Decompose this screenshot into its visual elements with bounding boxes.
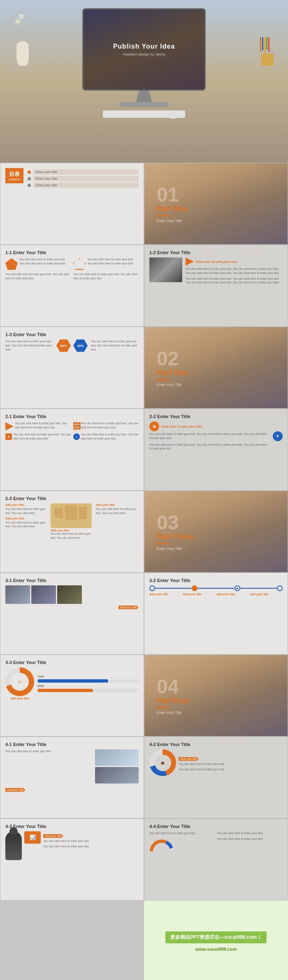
slide-4-4-body-1: You can click here to enter your text. <box>149 831 215 835</box>
slide-2-1-row3: ✦ You can click here to enter your text.… <box>5 433 71 441</box>
part-one-slide: 01 Part One Enter Your Title <box>144 163 288 245</box>
slide-4-2: 4-2 Enter Your Title 💼 Add your title Yo… <box>144 737 288 819</box>
slide-3-3-donut: C Add your title <box>5 667 34 700</box>
slide-4-3-text: Add your title You can click here to ent… <box>43 831 139 860</box>
slide-4-3-body-2: You can click here to enter your text. <box>43 844 139 849</box>
grid-icon <box>73 422 81 430</box>
slide-3-2-titles: Add your title Add your title Add your t… <box>149 593 283 596</box>
slide-3-1-photos <box>5 585 139 604</box>
slide-2-1-row2: You can click here to enter your text. Y… <box>73 421 139 430</box>
slide-2-1-row1: You can click here to enter your text. Y… <box>5 421 71 430</box>
slide-1-2-content: Click here to add your title. You can cl… <box>186 257 283 285</box>
contents-sublabel: Contents <box>9 178 20 181</box>
row-2-1-2-2: 2-1 Enter Your Title You can click here … <box>0 409 288 491</box>
slide-2-2-click-title: Click here to add your title. <box>161 425 203 428</box>
part-four-label: Part Four <box>157 697 190 705</box>
slide-4-2-content: 💼 Add your title You can click here to e… <box>149 749 283 776</box>
slide-4-4-title: 4-4 Enter Your Title <box>149 824 283 829</box>
slide-3-2-title: 3-2 Enter Your Title <box>149 578 283 583</box>
slide-2-3-right: Add your title. You can click here to en… <box>96 503 139 515</box>
contents-box: 目录 Contents <box>5 168 23 183</box>
part-two-number: 02 <box>157 349 179 369</box>
slide-2-1-title: 2-1 Enter Your Title <box>5 414 139 419</box>
row-2-3-partthree: 2-3 Enter Your Title Add your title. You… <box>0 491 288 573</box>
slide-2-2-body-2: You can click here to enter your text. Y… <box>149 443 269 451</box>
slide-4-1-tag: Add your title <box>5 788 26 792</box>
slide-2-3-map: Add your title. You can click here to en… <box>51 503 93 540</box>
slide-2-3-body-3: You can click here to enter your text. Y… <box>51 532 93 540</box>
slide-3-3-pct2: 55% <box>37 684 139 688</box>
part-three-slide: 03 Part Three Enter Your Title <box>144 491 288 573</box>
row-empty-banner: 更多精品PPT资源尽在—sucai999.com！ www.sucai999.c… <box>0 900 288 980</box>
slide-4-2-tag: Add your title <box>179 757 199 761</box>
slide-1-1-body-2: You can click here to enter your text. Y… <box>87 257 139 266</box>
slide-2-3-left: Add your title. You can click here to en… <box>5 503 48 529</box>
contents-item-2: Enter your title <box>28 176 139 181</box>
slide-4-1-photo-2 <box>95 767 139 784</box>
slide-2-3-add-title-2: Add your title. <box>5 517 48 520</box>
slide-1-2-photo <box>149 257 182 282</box>
vase-decoration: ❀ ✿ <box>12 25 33 66</box>
banner-line2: www.sucai999.com <box>195 947 237 952</box>
slide-4-3-screen: 📊 <box>24 831 41 860</box>
slide-4-1-content: You can click here to enter your text. <box>5 749 139 784</box>
contents-slide: 目录 Contents Enter your title Enter your … <box>0 163 144 245</box>
slide-4-3-person <box>5 831 22 860</box>
slide-3-1-photo-2 <box>31 585 56 604</box>
monitor-subtitle: Freedom design by Jenny <box>123 52 165 56</box>
slide-3-3-pct1: 70% <box>37 675 139 678</box>
monitor-title: Publish Your Idea <box>113 43 175 50</box>
slide-1-2-body: You can click here to enter your text. Y… <box>186 267 283 275</box>
row-3-1-3-2: 3-1 Enter Your Title Add your title 3-2 … <box>0 573 288 655</box>
slide-2-3-add-title-1: Add your title. <box>5 503 48 506</box>
slide-1-2-body-2: You can click here to enter your text. Y… <box>186 277 283 285</box>
slide-2-2-body: You can click here to enter your text. Y… <box>149 432 269 440</box>
slide-2-3-add-title-4: Add your title. <box>96 503 139 506</box>
slide-4-4-chart <box>149 837 215 855</box>
slide-4-3-tag: Add your title <box>43 834 63 838</box>
part-two-slide: 02 Part Two Enter Your Title <box>144 327 288 409</box>
slide-1-1-item-3: You can click here to enter your text. Y… <box>5 272 71 281</box>
slide-3-1: 3-1 Enter Your Title Add your title <box>0 573 144 655</box>
part-two-label: Part Two <box>157 369 188 377</box>
slide-2-3-title: 2-3 Enter Your Title <box>5 496 139 501</box>
part-three-number: 03 <box>157 513 179 533</box>
slide-2-3-body-1: You can click here to enter your text. Y… <box>5 507 48 515</box>
slide-4-4-content: You can click here to enter your text. Y… <box>149 831 283 855</box>
slide-2-2-right-icon: ♥ <box>273 421 283 451</box>
hero-slide: 黄鸟图库 ❀ ✿ Publish Your Idea Freedom desig… <box>0 0 288 163</box>
slide-1-3-hex1: 60% <box>56 339 71 352</box>
slide-2-3: 2-3 Enter Your Title Add your title. You… <box>0 491 144 573</box>
slide-1-3-body-1: You can click here to enter your text te… <box>5 339 53 351</box>
part-one-label: Part One <box>157 205 188 213</box>
part-one-sub: Enter Your Title <box>157 219 182 223</box>
slide-1-3-pct2: 40% <box>77 344 84 348</box>
monitor: Publish Your Idea Freedom design by Jenn… <box>66 8 222 124</box>
pencils-decoration <box>259 37 276 66</box>
slide-4-1-title: 4-1 Enter Your Title <box>5 742 139 747</box>
row-4-1-4-2: 4-1 Enter Your Title You can click here … <box>0 737 288 819</box>
slide-4-1-photos <box>95 749 139 784</box>
slide-2-1-row4: ♫ You can click here to enter your text.… <box>73 433 139 441</box>
slide-3-3: 3-3 Enter Your Title C Add your title 70… <box>0 655 144 737</box>
slide-3-1-title: 3-1 Enter Your Title <box>5 578 139 583</box>
slide-4-2-body-2: You can click here to enter your text. <box>179 767 283 772</box>
contents-item-1-text: Enter your title <box>33 169 139 175</box>
slide-3-3-title: 3-3 Enter Your Title <box>5 660 139 665</box>
slide-1-2-click-title: Click here to add your title. <box>195 260 238 264</box>
slide-4-4-body-2: You can click here to enter your text. <box>217 831 283 835</box>
slide-3-2-connector: ♥ <box>149 585 283 591</box>
bottom-banner: 更多精品PPT资源尽在—sucai999.com！ www.sucai999.c… <box>144 900 288 980</box>
slide-4-4-body-3: You can click here to enter your text. <box>217 837 283 855</box>
slide-3-1-tag: Add your title <box>118 606 139 609</box>
slide-1-1-body-4: You can click here to enter your text. Y… <box>73 272 139 281</box>
slide-2-1-body-4: You can click here to enter your text. Y… <box>81 433 139 441</box>
slide-3-3-bars: 70% 55% <box>37 675 139 693</box>
slide-3-2-add-title-1: Add your title <box>149 593 182 596</box>
slide-4-1-photo-1 <box>95 749 139 766</box>
slide-4-2-donut: 💼 <box>149 749 176 776</box>
slide-1-1-item-4: You can click here to enter your text. Y… <box>73 272 139 281</box>
slide-4-2-body: You can click here to enter your text. <box>179 762 283 766</box>
slide-4-4: 4-4 Enter Your Title You can click here … <box>144 819 288 900</box>
slide-4-3-content: 📊 Add your title You can click here to e… <box>5 831 139 860</box>
